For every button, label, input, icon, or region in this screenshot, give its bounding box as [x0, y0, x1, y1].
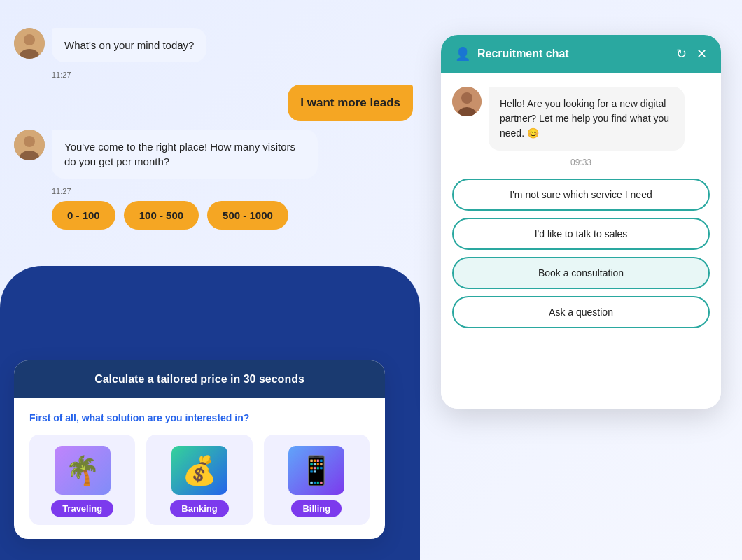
chat-option-2[interactable]: Book a consultation [452, 257, 710, 289]
option-btn-1[interactable]: 100 - 500 [124, 201, 199, 230]
agent-text-2: You've come to the right place! How many… [64, 141, 295, 167]
svg-point-1 [24, 34, 35, 46]
calc-question: First of all, what solution are you inte… [29, 412, 370, 424]
agent-avatar-1 [14, 28, 45, 59]
banking-label: Banking [170, 500, 228, 517]
timestamp-2: 11:27 [52, 187, 413, 195]
traveling-label: Traveling [51, 500, 113, 517]
chat-option-1[interactable]: I'd like to talk to sales [452, 218, 710, 250]
right-chat-panel: 👤 Recruitment chat ↻ ✕ Hello! Are you [441, 35, 721, 409]
agent-bubble-1: What's on your mind today? [52, 28, 206, 62]
calc-option-traveling[interactable]: 🌴 Traveling [29, 435, 135, 525]
chat-msg-row-1: Hello! Are you looking for a new digital… [452, 87, 710, 150]
user-message-1: I want more leads [14, 85, 413, 121]
calc-header-text: Calculate a tailored price in 30 seconds [94, 373, 304, 385]
chat-reply-options: I'm not sure which service I need I'd li… [452, 178, 710, 328]
chat-header-left: 👤 Recruitment chat [455, 46, 569, 62]
calc-body: First of all, what solution are you inte… [14, 398, 385, 539]
chat-option-3[interactable]: Ask a question [452, 296, 710, 328]
chat-title: Recruitment chat [477, 48, 569, 60]
chat-agent-text: Hello! Are you looking for a new digital… [500, 98, 669, 139]
timestamp-1: 11:27 [52, 71, 413, 79]
agent-avatar-2 [14, 130, 45, 160]
calc-option-banking[interactable]: 💰 Banking [146, 435, 252, 525]
billing-icon: 📱 [288, 446, 344, 495]
option-btn-0[interactable]: 0 - 100 [52, 201, 115, 230]
agent-text-1: What's on your mind today? [64, 39, 194, 51]
svg-point-7 [461, 92, 472, 104]
svg-point-4 [24, 136, 35, 147]
left-chat-panel: What's on your mind today? 11:27 I want … [14, 28, 413, 230]
banking-icon: 💰 [172, 446, 227, 495]
chat-body: Hello! Are you looking for a new digital… [441, 73, 721, 409]
user-text-1: I want more leads [300, 96, 400, 109]
option-btn-2[interactable]: 500 - 1000 [207, 201, 288, 230]
agent-message-1: What's on your mind today? [14, 28, 413, 62]
chat-agent-bubble: Hello! Are you looking for a new digital… [489, 87, 685, 150]
refresh-button[interactable]: ↻ [676, 46, 687, 62]
billing-label: Billing [291, 500, 342, 517]
scene: What's on your mind today? 11:27 I want … [0, 0, 742, 560]
chat-header-actions: ↻ ✕ [676, 46, 707, 62]
chat-options-row: 0 - 100 100 - 500 500 - 1000 [52, 201, 413, 230]
calculator-card: Calculate a tailored price in 30 seconds… [14, 360, 385, 539]
chat-timestamp: 09:33 [452, 158, 710, 167]
calc-header: Calculate a tailored price in 30 seconds [14, 360, 385, 398]
user-bubble-1: I want more leads [288, 85, 413, 121]
agent-message-2: You've come to the right place! How many… [14, 130, 413, 178]
user-icon: 👤 [455, 46, 470, 62]
traveling-icon: 🌴 [55, 446, 111, 495]
calc-options: 🌴 Traveling 💰 Banking 📱 Billing [29, 435, 370, 525]
chat-option-0[interactable]: I'm not sure which service I need [452, 178, 710, 211]
chat-header: 👤 Recruitment chat ↻ ✕ [441, 35, 721, 73]
calc-option-billing[interactable]: 📱 Billing [264, 435, 370, 525]
close-button[interactable]: ✕ [696, 46, 707, 62]
agent-bubble-2: You've come to the right place! How many… [52, 130, 318, 178]
chat-agent-avatar [452, 87, 482, 116]
